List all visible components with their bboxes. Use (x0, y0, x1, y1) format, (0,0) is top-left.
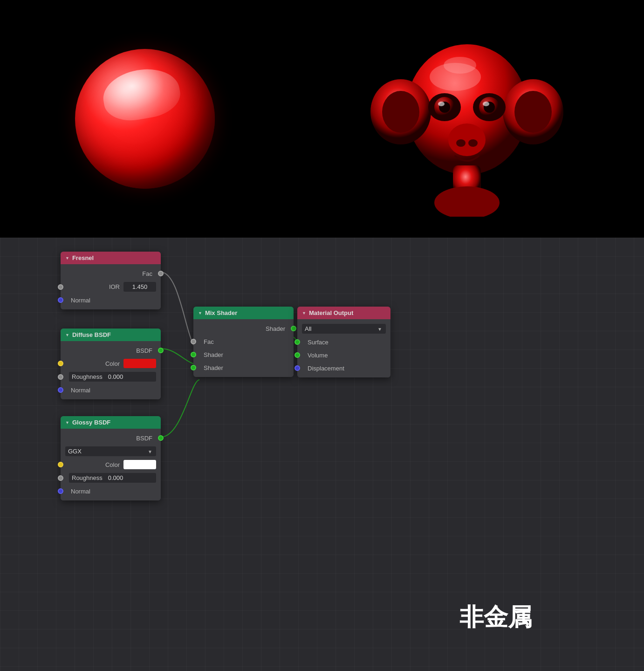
glossy-color-socket[interactable] (58, 462, 63, 467)
glossy-roughness-label: Roughness (69, 473, 105, 483)
svg-point-16 (468, 139, 478, 147)
svg-point-13 (483, 102, 489, 106)
svg-point-4 (514, 91, 552, 133)
output-volume-socket[interactable] (295, 352, 300, 358)
mix-title: Mix Shader (205, 309, 237, 316)
output-surface-socket[interactable] (295, 339, 300, 345)
output-collapse-arrow[interactable]: ▼ (302, 311, 306, 315)
mix-output-shader: Shader (193, 322, 294, 335)
diffuse-collapse-arrow[interactable]: ▼ (65, 333, 69, 337)
svg-point-14 (448, 123, 486, 156)
svg-point-2 (382, 91, 419, 133)
fresnel-collapse-arrow[interactable]: ▼ (65, 256, 69, 260)
output-input-displacement: Displacement (297, 362, 391, 375)
diffuse-header: ▼ Diffuse BSDF (61, 329, 161, 341)
diffuse-roughness-value: 0.000 (105, 372, 126, 382)
diffuse-input-roughness: Roughness 0.000 (61, 370, 161, 383)
output-dropdown-select[interactable]: All Cycles EEVEE (302, 324, 386, 334)
mix-input-shader2: Shader (193, 361, 294, 374)
diffuse-color-swatch[interactable] (123, 359, 156, 368)
chinese-label: 非金属 (459, 601, 532, 634)
mix-fac-label: Fac (198, 338, 289, 345)
diffuse-roughness-field[interactable]: Roughness 0.000 (69, 372, 156, 382)
sphere-mesh (75, 49, 215, 189)
glossy-normal-label: Normal (65, 488, 156, 495)
glossy-roughness-value: 0.000 (105, 473, 126, 483)
glossy-input-roughness: Roughness 0.000 (61, 471, 161, 485)
material-output-node: ▼ Material Output All Cycles EEVEE ▼ Sur… (297, 307, 391, 377)
svg-point-9 (438, 102, 445, 106)
diffuse-bsdf-socket[interactable] (158, 348, 164, 353)
fresnel-input-ior: IOR 1.450 (61, 280, 161, 294)
output-body: All Cycles EEVEE ▼ Surface Volume (297, 319, 391, 377)
output-displacement-label: Displacement (302, 365, 386, 372)
diffuse-input-normal: Normal (61, 383, 161, 397)
fresnel-ior-field[interactable]: 1.450 (123, 282, 156, 292)
fresnel-normal-socket[interactable] (58, 297, 63, 303)
glossy-collapse-arrow[interactable]: ▼ (65, 420, 69, 425)
diffuse-body: BSDF Color Roughness 0.000 Normal (61, 341, 161, 399)
mix-shader2-label: Shader (198, 364, 289, 371)
svg-point-17 (444, 57, 476, 74)
glossy-distribution-select[interactable]: GGX Beckmann Ashikhmin-Shirley Multiscat… (65, 446, 156, 456)
monkey-preview (355, 12, 579, 226)
mix-input-shader1: Shader (193, 348, 294, 361)
glossy-input-color: Color (61, 458, 161, 471)
diffuse-title: Diffuse BSDF (72, 331, 111, 338)
fresnel-normal-label: Normal (65, 297, 156, 304)
glossy-distribution-wrapper[interactable]: GGX Beckmann Ashikhmin-Shirley Multiscat… (65, 446, 156, 456)
mix-shader-node: ▼ Mix Shader Shader Fac Shader Shader (193, 307, 294, 377)
monkey-svg (369, 21, 565, 217)
fac-output-label: Fac (65, 270, 156, 277)
svg-point-19 (434, 186, 500, 217)
glossy-roughness-field[interactable]: Roughness 0.000 (69, 473, 156, 483)
output-dropdown-row: All Cycles EEVEE ▼ (297, 322, 391, 336)
mix-shader2-socket[interactable] (191, 365, 196, 370)
diffuse-roughness-socket[interactable] (58, 374, 63, 380)
diffuse-color-socket[interactable] (58, 361, 63, 366)
output-input-volume: Volume (297, 349, 391, 362)
glossy-input-normal: Normal (61, 485, 161, 498)
diffuse-roughness-label: Roughness (69, 372, 105, 382)
glossy-header: ▼ Glossy BSDF (61, 416, 161, 429)
output-surface-label: Surface (302, 339, 386, 346)
fresnel-header: ▼ Fresnel (61, 252, 161, 264)
fresnel-body: Fac IOR 1.450 Normal (61, 264, 161, 309)
mix-shader-socket[interactable] (291, 326, 296, 331)
output-displacement-socket[interactable] (295, 365, 300, 371)
diffuse-input-color: Color (61, 357, 161, 370)
diffuse-output-bsdf: BSDF (61, 344, 161, 357)
node-editor: ▼ Fresnel Fac IOR 1.450 Normal ▼ (0, 238, 644, 671)
mix-fac-socket[interactable] (191, 339, 196, 344)
diffuse-normal-label: Normal (65, 387, 156, 394)
glossy-node: ▼ Glossy BSDF BSDF GGX Beckmann Ashikhmi… (61, 416, 161, 500)
diffuse-normal-socket[interactable] (58, 387, 63, 393)
output-header: ▼ Material Output (297, 307, 391, 319)
sphere-preview (66, 30, 224, 207)
mix-shader1-socket[interactable] (191, 352, 196, 357)
fresnel-input-normal: Normal (61, 294, 161, 307)
output-input-surface: Surface (297, 336, 391, 349)
output-volume-label: Volume (302, 352, 386, 359)
diffuse-node: ▼ Diffuse BSDF BSDF Color Roughness 0.00… (61, 329, 161, 399)
fresnel-fac-socket[interactable] (158, 271, 164, 276)
glossy-normal-socket[interactable] (58, 488, 63, 494)
fresnel-output-fac: Fac (61, 267, 161, 280)
fresnel-ior-socket[interactable] (58, 284, 63, 290)
glossy-color-swatch[interactable] (123, 460, 156, 469)
mix-collapse-arrow[interactable]: ▼ (198, 311, 202, 315)
svg-point-15 (456, 139, 466, 147)
mix-input-fac: Fac (193, 335, 294, 348)
glossy-roughness-socket[interactable] (58, 475, 63, 481)
mix-header: ▼ Mix Shader (193, 307, 294, 319)
glossy-bsdf-socket[interactable] (158, 435, 164, 441)
mix-shader-output-label: Shader (198, 325, 289, 332)
glossy-output-bsdf: BSDF (61, 431, 161, 445)
fresnel-node: ▼ Fresnel Fac IOR 1.450 Normal (61, 252, 161, 309)
fresnel-title: Fresnel (72, 254, 94, 261)
output-dropdown-wrapper[interactable]: All Cycles EEVEE ▼ (302, 324, 386, 334)
output-title: Material Output (309, 309, 353, 316)
glossy-bsdf-output-label: BSDF (65, 435, 156, 442)
diffuse-bsdf-output-label: BSDF (65, 347, 156, 354)
glossy-body: BSDF GGX Beckmann Ashikhmin-Shirley Mult… (61, 429, 161, 500)
